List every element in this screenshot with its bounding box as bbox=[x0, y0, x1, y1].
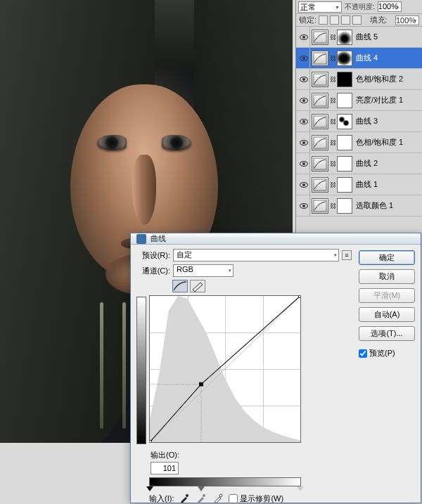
preview-label: 预览(P) bbox=[369, 348, 395, 358]
options-button[interactable]: 选项(T)... bbox=[359, 326, 415, 341]
layer-list[interactable]: ⛓曲线 5⛓曲线 4⛓色相/饱和度 2⛓亮度/对比度 1⛓曲线 3⛓色相/饱和度… bbox=[296, 27, 422, 239]
adjustment-thumbnail[interactable] bbox=[312, 156, 328, 172]
visibility-toggle[interactable] bbox=[298, 174, 310, 195]
input-gradient-bar[interactable] bbox=[149, 477, 301, 486]
curve-point-tool[interactable] bbox=[172, 280, 188, 292]
fill-value: 100% bbox=[396, 16, 416, 25]
eye-icon bbox=[300, 34, 308, 40]
curve-draw-tool[interactable] bbox=[190, 280, 205, 292]
lock-label: 锁定: bbox=[299, 15, 316, 25]
visibility-toggle[interactable] bbox=[298, 153, 310, 174]
preset-label: 预设(R): bbox=[136, 250, 170, 261]
mid-point-slider[interactable] bbox=[198, 486, 205, 491]
blend-mode-value: 正常 bbox=[300, 3, 316, 11]
link-icon[interactable]: ⛓ bbox=[330, 161, 335, 167]
layer-row[interactable]: ⛓色相/饱和度 1 bbox=[296, 132, 422, 153]
link-icon[interactable]: ⛓ bbox=[330, 56, 335, 61]
mask-thumbnail[interactable] bbox=[337, 72, 352, 87]
adjustment-thumbnail[interactable] bbox=[312, 72, 328, 87]
show-clipping-checkbox[interactable]: 显示修剪(W) bbox=[229, 493, 283, 504]
input-row: 输入(I): 显示修剪(W) bbox=[149, 492, 352, 504]
mask-thumbnail[interactable] bbox=[337, 114, 352, 129]
eyedropper-gray-icon[interactable] bbox=[195, 492, 207, 504]
opacity-input[interactable]: 100%▸ bbox=[378, 1, 402, 12]
chevron-down-icon: ▸ bbox=[397, 4, 399, 10]
white-point-slider[interactable] bbox=[297, 486, 304, 491]
adjustment-thumbnail[interactable] bbox=[312, 30, 328, 45]
layer-row[interactable]: ⛓曲线 3 bbox=[296, 111, 422, 132]
mask-thumbnail[interactable] bbox=[337, 156, 352, 172]
visibility-toggle[interactable] bbox=[298, 48, 310, 68]
layer-row[interactable]: ⛓亮度/对比度 1 bbox=[296, 90, 422, 111]
smooth-button[interactable]: 平滑(M) bbox=[359, 288, 415, 303]
output-row: 输出(O): bbox=[136, 450, 352, 460]
layer-row[interactable]: ⛓曲线 4 bbox=[296, 48, 422, 69]
dialog-titlebar[interactable]: 曲线 bbox=[131, 233, 421, 245]
channel-select[interactable]: RGB▾ bbox=[173, 264, 234, 277]
output-input[interactable] bbox=[151, 462, 179, 474]
curve-line[interactable] bbox=[150, 296, 300, 442]
preset-select[interactable]: 自定▾ bbox=[173, 249, 339, 261]
mask-thumbnail[interactable] bbox=[337, 51, 352, 66]
visibility-toggle[interactable] bbox=[298, 90, 310, 110]
eyedropper-white-icon[interactable] bbox=[212, 492, 224, 504]
adjustment-thumbnail[interactable] bbox=[312, 198, 328, 214]
adjustment-thumbnail[interactable] bbox=[312, 51, 328, 66]
layer-name: 曲线 4 bbox=[356, 53, 378, 63]
lock-pixels-icon[interactable] bbox=[330, 15, 339, 25]
link-icon[interactable]: ⛓ bbox=[330, 140, 335, 146]
layer-name: 色相/饱和度 1 bbox=[356, 137, 403, 148]
link-icon[interactable]: ⛓ bbox=[330, 203, 335, 209]
nose bbox=[132, 155, 156, 225]
layer-row[interactable]: ⛓曲线 1 bbox=[296, 174, 422, 195]
link-icon[interactable]: ⛓ bbox=[330, 77, 335, 82]
preset-menu-icon[interactable]: ≡ bbox=[342, 250, 352, 260]
visibility-toggle[interactable] bbox=[298, 195, 310, 216]
output-gradient-bar bbox=[136, 297, 146, 444]
preview-checkbox-input[interactable] bbox=[359, 349, 367, 358]
preset-value: 自定 bbox=[177, 250, 192, 259]
ok-button[interactable]: 确定 bbox=[359, 250, 415, 265]
eye-icon bbox=[300, 77, 308, 82]
mask-thumbnail[interactable] bbox=[337, 198, 352, 214]
lock-all-icon[interactable] bbox=[352, 15, 362, 25]
black-point-slider[interactable] bbox=[146, 486, 153, 491]
mask-thumbnail[interactable] bbox=[337, 93, 352, 108]
mask-thumbnail[interactable] bbox=[337, 177, 352, 193]
auto-button[interactable]: 自动(A) bbox=[359, 307, 415, 322]
adjustment-thumbnail[interactable] bbox=[312, 177, 328, 193]
layer-row[interactable]: ⛓选取颜色 1 bbox=[296, 195, 422, 217]
cancel-button[interactable]: 取消 bbox=[359, 269, 415, 284]
adjustment-thumbnail[interactable] bbox=[312, 135, 328, 150]
curve-area bbox=[136, 295, 352, 444]
lock-transparency-icon[interactable] bbox=[319, 15, 328, 25]
curve-graph[interactable] bbox=[149, 295, 301, 443]
chevron-down-icon: ▸ bbox=[414, 18, 417, 23]
lock-position-icon[interactable] bbox=[341, 15, 350, 25]
mask-thumbnail[interactable] bbox=[337, 30, 352, 45]
link-icon[interactable]: ⛓ bbox=[330, 182, 335, 188]
adjustment-thumbnail[interactable] bbox=[312, 93, 328, 108]
opacity-label: 不透明度: bbox=[345, 2, 375, 12]
link-icon[interactable]: ⛓ bbox=[330, 119, 335, 124]
layer-row[interactable]: ⛓曲线 5 bbox=[296, 27, 422, 48]
preview-checkbox[interactable]: 预览(P) bbox=[359, 348, 415, 358]
clip-checkbox-input[interactable] bbox=[229, 494, 238, 503]
eye-icon bbox=[300, 140, 308, 146]
blend-mode-select[interactable]: 正常▼ bbox=[298, 1, 342, 13]
visibility-toggle[interactable] bbox=[298, 132, 310, 153]
visibility-toggle[interactable] bbox=[298, 69, 310, 89]
eyedropper-black-icon[interactable] bbox=[178, 492, 191, 504]
visibility-toggle[interactable] bbox=[298, 111, 310, 131]
mask-thumbnail[interactable] bbox=[337, 135, 352, 150]
layer-row[interactable]: ⛓曲线 2 bbox=[296, 153, 422, 174]
adjustment-thumbnail[interactable] bbox=[312, 114, 328, 129]
link-icon[interactable]: ⛓ bbox=[330, 34, 335, 40]
layer-name: 曲线 5 bbox=[356, 32, 378, 42]
svg-point-17 bbox=[219, 494, 222, 497]
chevron-down-icon: ▾ bbox=[229, 268, 231, 273]
visibility-toggle[interactable] bbox=[298, 27, 310, 47]
fill-input[interactable]: 100%▸ bbox=[395, 15, 419, 25]
link-icon[interactable]: ⛓ bbox=[330, 98, 335, 103]
layer-row[interactable]: ⛓色相/饱和度 2 bbox=[296, 69, 422, 90]
